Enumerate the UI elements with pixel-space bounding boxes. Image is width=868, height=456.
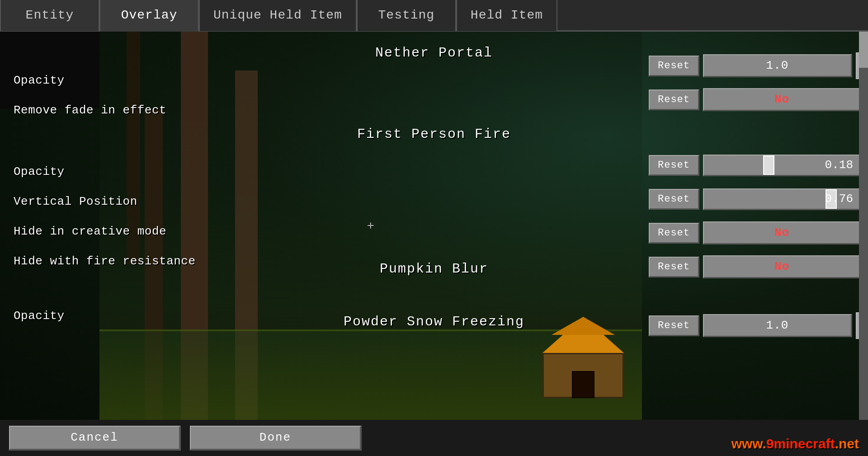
slider-value-opacity-2: 0.18 [825,158,853,172]
control-opacity-3: Reset 1.0 [649,309,861,343]
reset-hide-creative-button[interactable]: Reset [649,223,699,244]
value-hide-creative: No [703,221,861,244]
tab-overlay[interactable]: Overlay [99,0,199,32]
slider-vertical-position[interactable]: 0.76 [703,188,861,210]
slider-value-vertical-position: 0.76 [825,192,853,206]
watermark: www.9minecraft.net [731,436,859,451]
settings-controls: Reset 1.0 Reset No Reset 0.18 Reset 0.76 [642,32,868,347]
spacer-first-person-fire [649,117,861,148]
label-opacity-2: Opacity [14,157,267,187]
value-remove-fade: No [703,88,861,111]
control-hide-creative: Reset No [649,216,861,250]
tab-testing[interactable]: Testing [357,0,456,31]
cancel-button[interactable]: Cancel [9,426,181,451]
label-hide-creative: Hide in creative mode [14,216,267,246]
control-opacity-2: Reset 0.18 [649,148,861,182]
reset-opacity-3-button[interactable]: Reset [649,315,699,336]
tab-unique-held-item[interactable]: Unique Held Item [199,0,357,31]
value-opacity-1: 1.0 [703,54,852,77]
scrollbar[interactable] [859,32,868,420]
settings-labels: Opacity Remove fade in effect Opacity Ve… [0,32,280,340]
reset-opacity-2-button[interactable]: Reset [649,155,699,176]
spacer-pumpkin-blur [649,284,861,309]
slider-opacity-2[interactable]: 0.18 [703,155,861,176]
reset-vertical-position-button[interactable]: Reset [649,189,699,210]
done-button[interactable]: Done [190,426,362,451]
label-opacity-1: Opacity [14,66,267,95]
control-vertical-position: Reset 0.76 [649,182,861,216]
tab-entity[interactable]: Entity [0,0,99,31]
label-hide-fire-resistance: Hide with fire resistance [14,246,267,276]
top-navigation: Entity Overlay Unique Held Item Testing … [0,0,868,32]
tab-held-item[interactable]: Held Item [456,0,557,31]
control-remove-fade: Reset No [649,83,861,117]
reset-hide-fire-resistance-button[interactable]: Reset [649,257,699,277]
label-vertical-position: Vertical Position [14,187,267,216]
value-hide-fire-resistance: No [703,255,861,278]
label-opacity-3: Opacity [14,301,267,331]
control-hide-fire-resistance: Reset No [649,250,861,284]
scrollbar-thumb[interactable] [859,32,868,68]
reset-opacity-1-button[interactable]: Reset [649,56,699,76]
value-opacity-3: 1.0 [703,314,852,337]
control-opacity-1: Reset 1.0 [649,49,861,83]
crosshair: + [367,219,375,233]
pumpkin-preview [533,317,633,416]
reset-remove-fade-button[interactable]: Reset [649,89,699,110]
slider-handle-opacity-2[interactable] [763,155,774,175]
label-remove-fade: Remove fade in effect [14,95,267,125]
bottom-bar: Cancel Done www.9minecraft.net [0,420,868,456]
